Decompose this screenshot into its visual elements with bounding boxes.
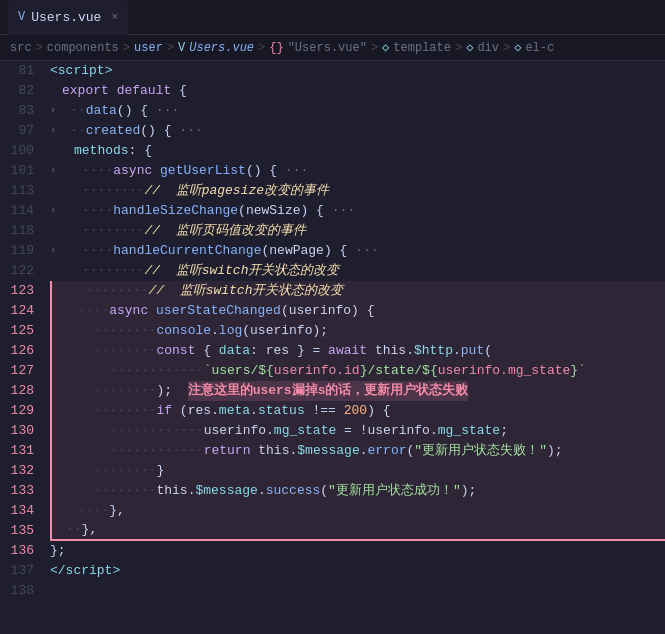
fold-arrow-114[interactable]: › <box>50 201 56 221</box>
tab-users-vue[interactable]: V Users.vue × <box>8 0 128 35</box>
code-line-114: › ····handleSizeChange(newSize) { ··· <box>50 201 665 221</box>
ln-138: 138 <box>0 581 34 601</box>
ln-82: 82 <box>0 81 34 101</box>
ln-83: 83 <box>0 101 34 121</box>
bc-vue-icon: V <box>178 41 185 55</box>
ln-101: 101 <box>0 161 34 181</box>
bc-sep4: > <box>258 41 265 55</box>
code-line-125: ········console.log(userinfo); <box>50 321 665 341</box>
fold-arrow-97[interactable]: › <box>50 121 56 141</box>
code-line-127: ············`users/${userinfo.id}/state/… <box>50 361 665 381</box>
ln-137: 137 <box>0 561 34 581</box>
title-bar: V Users.vue × <box>0 0 665 35</box>
code-line-97: › ··created() { ··· <box>50 121 665 141</box>
fold-arrow-101[interactable]: › <box>50 161 56 181</box>
code-line-118: ········// 监听页码值改变的事件 <box>50 221 665 241</box>
ln-100: 100 <box>0 141 34 161</box>
code-line-126: ········const { data: res } = await this… <box>50 341 665 361</box>
bc-user: user <box>134 41 163 55</box>
breadcrumb: src > components > user > V Users.vue > … <box>0 35 665 61</box>
ln-132: 132 <box>0 461 34 481</box>
code-line-129: ········if (res.meta.status !== 200) { <box>50 401 665 421</box>
ln-114: 114 <box>0 201 34 221</box>
ln-126: 126 <box>0 341 34 361</box>
bc-elc-icon: ◇ <box>514 40 521 55</box>
bc-sep6: > <box>455 41 462 55</box>
ln-124: 124 <box>0 301 34 321</box>
code-line-113: ········// 监听pagesize改变的事件 <box>50 181 665 201</box>
ln-127: 127 <box>0 361 34 381</box>
bc-src: src <box>10 41 32 55</box>
bc-filename: Users.vue <box>189 41 254 55</box>
fold-arrow-119[interactable]: › <box>50 241 56 261</box>
tab-label: Users.vue <box>31 10 101 25</box>
code-line-82: export default { <box>50 81 665 101</box>
bc-sep5: > <box>371 41 378 55</box>
bc-sep2: > <box>123 41 130 55</box>
code-container: 81 82 83 97 100 101 113 114 118 119 122 … <box>0 61 665 634</box>
bc-vue-str: "Users.vue" <box>288 41 367 55</box>
bc-components: components <box>47 41 119 55</box>
code-line-131: ············return this.$message.error("… <box>50 441 665 461</box>
code-line-137: </script> <box>50 561 665 581</box>
ln-135: 135 <box>0 521 34 541</box>
close-icon[interactable]: × <box>111 11 118 23</box>
code-line-83: › ··data() { ··· <box>50 101 665 121</box>
ln-122: 122 <box>0 261 34 281</box>
ln-130: 130 <box>0 421 34 441</box>
ln-134: 134 <box>0 501 34 521</box>
bc-sep7: > <box>503 41 510 55</box>
bc-sep: > <box>36 41 43 55</box>
ln-81: 81 <box>0 61 34 81</box>
code-line-122: ········// 监听switch开关状态的改变 <box>50 261 665 281</box>
ln-131: 131 <box>0 441 34 461</box>
ln-118: 118 <box>0 221 34 241</box>
code-line-132: ········} <box>50 461 665 481</box>
ln-125: 125 <box>0 321 34 341</box>
code-line-81: <script> <box>50 61 665 81</box>
ln-123: 123 <box>0 281 34 301</box>
bc-elc: el-c <box>525 41 554 55</box>
code-content: <script> export default { › ··data() { ·… <box>46 61 665 634</box>
bc-sep3: > <box>167 41 174 55</box>
ln-129: 129 <box>0 401 34 421</box>
vue-icon: V <box>18 10 25 24</box>
code-line-135: ··}, <box>50 521 665 541</box>
ln-97: 97 <box>0 121 34 141</box>
code-line-133: ········this.$message.success("更新用户状态成功！… <box>50 481 665 501</box>
bc-obj: {} <box>269 41 283 55</box>
ln-136: 136 <box>0 541 34 561</box>
fold-arrow-83[interactable]: › <box>50 101 56 121</box>
code-line-101: › ····async getUserList() { ··· <box>50 161 665 181</box>
bc-div: div <box>477 41 499 55</box>
code-line-136: }; <box>50 541 665 561</box>
code-line-130: ············userinfo.mg_state = !userinf… <box>50 421 665 441</box>
code-line-119: › ····handleCurrentChange(newPage) { ··· <box>50 241 665 261</box>
ln-119: 119 <box>0 241 34 261</box>
ln-128: 128 <box>0 381 34 401</box>
code-line-123: ········// 监听switch开关状态的改变 <box>50 281 665 301</box>
ln-133: 133 <box>0 481 34 501</box>
bc-template: template <box>393 41 451 55</box>
bc-template-icon: ◇ <box>382 40 389 55</box>
code-line-128: ········); 注意这里的users漏掉s的话，更新用户状态失败 <box>50 381 665 401</box>
code-line-124: ····async userStateChanged(userinfo) { <box>50 301 665 321</box>
code-line-134: ····}, <box>50 501 665 521</box>
code-line-100: methods: { <box>50 141 665 161</box>
bc-div-icon: ◇ <box>466 40 473 55</box>
ln-113: 113 <box>0 181 34 201</box>
line-numbers: 81 82 83 97 100 101 113 114 118 119 122 … <box>0 61 46 634</box>
